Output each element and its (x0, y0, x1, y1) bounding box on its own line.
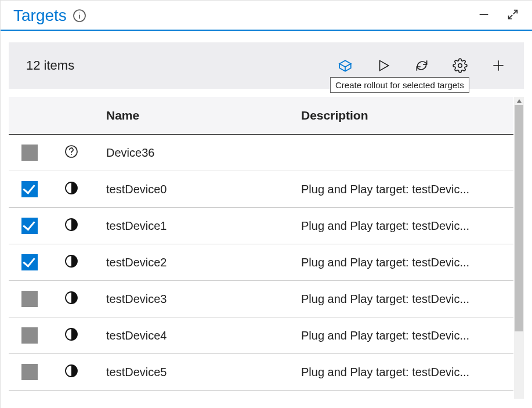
refresh-button[interactable] (414, 57, 430, 74)
half-circle-icon (64, 217, 79, 232)
row-description: Plug and Play target: testDevic... (295, 354, 513, 391)
title-wrap: Targets (13, 6, 86, 25)
col-header-status[interactable] (50, 97, 92, 135)
settings-button[interactable] (452, 57, 468, 74)
row-description: Plug and Play target: testDevic... (295, 317, 513, 354)
svg-point-5 (458, 64, 462, 68)
col-header-name[interactable]: Name (92, 97, 295, 135)
row-name: testDevice1 (92, 208, 295, 244)
table-wrap: Name Description Device36testDevice0Plug… (9, 97, 524, 399)
page-title: Targets (13, 6, 67, 25)
row-checkbox[interactable] (21, 145, 38, 161)
half-circle-icon (64, 254, 79, 269)
unknown-status-icon (64, 144, 79, 159)
scrollbar[interactable] (514, 97, 524, 399)
half-circle-icon (64, 290, 79, 305)
row-description: Plug and Play target: testDevic... (295, 171, 513, 208)
info-icon[interactable] (73, 9, 86, 23)
svg-point-2 (79, 13, 79, 13)
row-name: testDevice3 (92, 281, 295, 317)
half-circle-icon (64, 180, 79, 196)
row-checkbox[interactable] (21, 291, 38, 307)
scrollbar-up-arrow[interactable] (514, 97, 524, 105)
tooltip: Create rollout for selected targets (330, 77, 469, 93)
scrollbar-thumb[interactable] (515, 105, 523, 331)
table-row[interactable]: Device36 (9, 135, 513, 171)
toolbar-actions (337, 57, 506, 74)
half-circle-icon (64, 327, 79, 342)
targets-table: Name Description Device36testDevice0Plug… (9, 97, 513, 391)
row-name: testDevice5 (92, 354, 295, 391)
svg-marker-4 (380, 60, 389, 70)
table-row[interactable]: testDevice0Plug and Play target: testDev… (9, 171, 513, 208)
row-checkbox[interactable] (21, 181, 38, 197)
row-description: Plug and Play target: testDevic... (295, 281, 513, 317)
play-button[interactable] (375, 57, 392, 74)
item-count-label: 12 items (26, 58, 74, 73)
content-area: 12 items (1, 31, 532, 399)
table-row[interactable]: testDevice5Plug and Play target: testDev… (9, 354, 513, 391)
table-header-row: Name Description (9, 97, 513, 135)
row-name: testDevice4 (92, 317, 295, 354)
header-actions (477, 8, 519, 23)
table-row[interactable]: testDevice2Plug and Play target: testDev… (9, 244, 513, 281)
half-circle-icon (64, 363, 79, 378)
row-checkbox[interactable] (21, 364, 38, 380)
table-row[interactable]: testDevice1Plug and Play target: testDev… (9, 208, 513, 244)
table-row[interactable]: testDevice4Plug and Play target: testDev… (9, 317, 513, 354)
svg-marker-16 (517, 99, 522, 103)
row-checkbox[interactable] (21, 218, 38, 234)
row-description (295, 135, 513, 171)
table-row[interactable]: testDevice3Plug and Play target: testDev… (9, 281, 513, 317)
table-scroll[interactable]: Name Description Device36testDevice0Plug… (9, 97, 524, 399)
row-name: testDevice0 (92, 171, 295, 208)
add-button[interactable] (490, 57, 506, 74)
row-checkbox[interactable] (21, 327, 38, 344)
minimize-icon[interactable] (477, 8, 490, 23)
expand-icon[interactable] (506, 8, 519, 23)
row-checkbox[interactable] (21, 254, 38, 270)
col-header-select[interactable] (9, 97, 50, 135)
col-header-description[interactable]: Description (295, 97, 513, 135)
create-rollout-button[interactable] (337, 57, 353, 74)
row-name: Device36 (92, 135, 295, 171)
row-description: Plug and Play target: testDevic... (295, 208, 513, 244)
svg-point-9 (71, 154, 72, 155)
row-description: Plug and Play target: testDevic... (295, 244, 513, 281)
panel-header: Targets (1, 1, 532, 31)
row-name: testDevice2 (92, 244, 295, 281)
